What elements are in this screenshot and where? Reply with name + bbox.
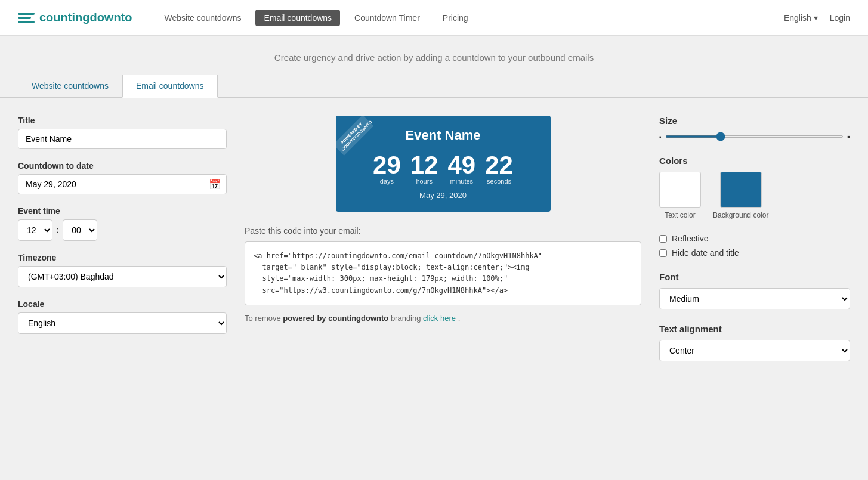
hide-date-row: Hide date and title — [659, 248, 850, 258]
preview-event-date: May 29, 2020 — [348, 191, 539, 200]
countdown-preview: POWERED BYCOUNTINGDOWNTO Event Name 29 d… — [336, 116, 551, 212]
hero-subtitle: Create urgency and drive action by addin… — [12, 52, 856, 63]
header-right: English ▾ Login — [784, 13, 850, 23]
right-panel: Size ▪ ▪ Colors Text color Background co… — [659, 116, 850, 464]
watermark-text: POWERED BYCOUNTINGDOWNTO — [336, 116, 373, 156]
reflective-label[interactable]: Reflective — [672, 234, 708, 243]
hide-date-checkbox[interactable] — [659, 249, 667, 257]
days-label: days — [373, 178, 401, 185]
logo-text: countingdownto — [39, 11, 132, 24]
bg-color-item: Background color — [713, 172, 768, 219]
seconds-value: 22 — [485, 153, 513, 178]
size-max-icon: ▪ — [847, 132, 850, 141]
hours-unit: 12 hours — [410, 153, 438, 185]
hours-value: 12 — [410, 153, 438, 178]
title-field-group: Title — [18, 116, 227, 149]
size-slider-row: ▪ ▪ — [659, 132, 850, 141]
locale-label: Locale — [18, 299, 227, 309]
event-time-label: Event time — [18, 206, 227, 216]
minutes-value: 49 — [448, 153, 476, 178]
watermark: POWERED BYCOUNTINGDOWNTO — [336, 116, 378, 157]
minutes-label: minutes — [448, 178, 476, 185]
seconds-unit: 22 seconds — [485, 153, 513, 185]
text-color-label: Text color — [665, 211, 695, 219]
locale-select[interactable]: English French German Spanish — [18, 312, 227, 334]
days-unit: 29 days — [373, 153, 401, 185]
size-min-icon: ▪ — [659, 134, 662, 140]
text-align-section: Text alignment Left Center Right — [659, 324, 850, 361]
tab-website-countdowns[interactable]: Website countdowns — [18, 75, 122, 98]
colors-title: Colors — [659, 156, 850, 166]
logo-icon — [18, 13, 35, 23]
code-box[interactable]: <a href="https://countingdownto.com/emai… — [245, 241, 641, 305]
minutes-unit: 49 minutes — [448, 153, 476, 185]
locale-field-group: Locale English French German Spanish — [18, 299, 227, 334]
title-label: Title — [18, 116, 227, 125]
time-row: 12 1234 5678 91011 : 00 153045 — [18, 219, 227, 241]
title-input[interactable] — [18, 129, 227, 149]
remove-branding-link[interactable]: click here — [423, 314, 456, 323]
hours-label: hours — [410, 178, 438, 185]
main-content: Title Countdown to date 📅 Event time 12 … — [0, 98, 868, 480]
main-nav: Website countdowns Email countdowns Coun… — [156, 10, 784, 26]
text-align-select[interactable]: Left Center Right — [659, 340, 850, 361]
font-select[interactable]: Small Medium Large — [659, 288, 850, 309]
countdown-date-field-group: Countdown to date 📅 — [18, 161, 227, 194]
event-time-field-group: Event time 12 1234 5678 91011 : 00 15304… — [18, 206, 227, 241]
hour-select[interactable]: 12 1234 5678 91011 — [18, 219, 52, 241]
center-panel: POWERED BYCOUNTINGDOWNTO Event Name 29 d… — [245, 116, 641, 464]
date-input-wrap: 📅 — [18, 174, 227, 194]
font-section: Font Small Medium Large — [659, 272, 850, 309]
time-colon: : — [56, 225, 59, 236]
bg-color-swatch[interactable] — [720, 172, 762, 208]
remove-branding-bold: powered by countingdownto — [283, 314, 388, 323]
minute-select[interactable]: 00 153045 — [63, 219, 97, 241]
size-title: Size — [659, 116, 850, 126]
countdown-date-input[interactable] — [18, 174, 227, 194]
timezone-label: Timezone — [18, 253, 227, 262]
reflective-checkbox[interactable] — [659, 235, 667, 243]
seconds-label: seconds — [485, 178, 513, 185]
bg-color-label: Background color — [713, 211, 768, 219]
tab-email-countdowns[interactable]: Email countdowns — [122, 75, 218, 98]
colors-row: Text color Background color — [659, 172, 850, 219]
header: countingdownto Website countdowns Email … — [0, 0, 868, 36]
left-panel: Title Countdown to date 📅 Event time 12 … — [18, 116, 227, 464]
text-color-item: Text color — [659, 172, 701, 219]
timezone-select[interactable]: (GMT+03:00) Baghdad (GMT+00:00) UTC (GMT… — [18, 266, 227, 287]
text-color-swatch[interactable] — [659, 172, 701, 208]
options-section: Reflective Hide date and title — [659, 234, 850, 258]
language-button[interactable]: English ▾ — [784, 13, 818, 23]
colors-section: Colors Text color Background color — [659, 156, 850, 219]
nav-email-countdowns[interactable]: Email countdowns — [255, 10, 340, 26]
countdown-date-label: Countdown to date — [18, 161, 227, 171]
login-button[interactable]: Login — [830, 13, 850, 23]
hero-section: Create urgency and drive action by addin… — [0, 36, 868, 75]
nav-website-countdowns[interactable]: Website countdowns — [156, 10, 250, 26]
text-align-title: Text alignment — [659, 324, 850, 334]
font-title: Font — [659, 272, 850, 282]
remove-branding-text: To remove powered by countingdownto bran… — [245, 314, 641, 323]
hide-date-label[interactable]: Hide date and title — [672, 248, 739, 258]
size-slider[interactable] — [665, 135, 844, 138]
nav-countdown-timer[interactable]: Countdown Timer — [346, 10, 428, 26]
reflective-row: Reflective — [659, 234, 850, 243]
timezone-field-group: Timezone (GMT+03:00) Baghdad (GMT+00:00)… — [18, 253, 227, 287]
logo[interactable]: countingdownto — [18, 11, 132, 24]
nav-pricing[interactable]: Pricing — [434, 10, 477, 26]
countdown-numbers: 29 days 12 hours 49 minutes 22 seconds — [348, 153, 539, 185]
code-label: Paste this code into your email: — [245, 226, 641, 236]
size-section: Size ▪ ▪ — [659, 116, 850, 141]
tabs-bar: Website countdowns Email countdowns — [0, 75, 868, 98]
